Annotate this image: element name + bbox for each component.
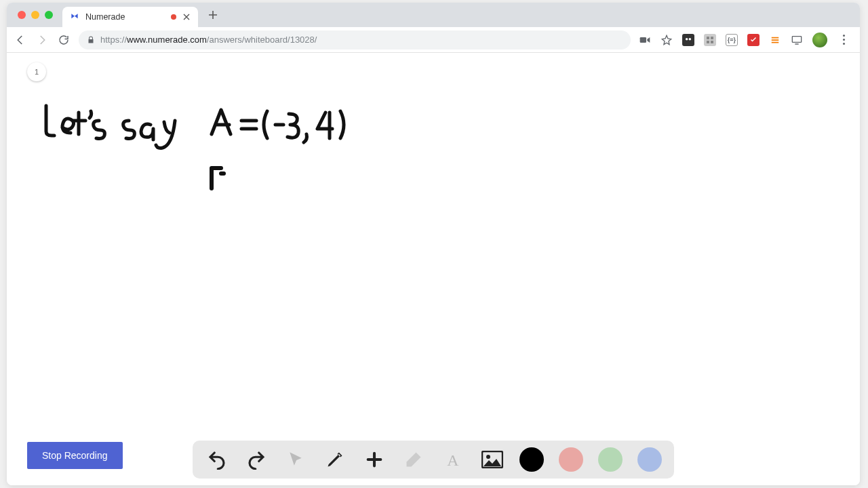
browser-toolbar: https://www.numerade.com/answers/whitebo… <box>7 27 860 53</box>
browser-tab[interactable]: Numerade <box>62 7 198 27</box>
tab-close-button[interactable] <box>182 12 191 22</box>
whiteboard-canvas[interactable] <box>34 100 373 239</box>
color-blue[interactable] <box>637 447 662 472</box>
pencil-tool[interactable] <box>323 447 347 472</box>
recording-indicator-icon <box>171 14 176 20</box>
image-tool[interactable] <box>480 447 505 472</box>
extension-red-check-icon[interactable] <box>747 34 760 46</box>
add-tool[interactable] <box>362 447 387 472</box>
undo-button[interactable] <box>205 447 229 472</box>
window-minimize-button[interactable] <box>31 11 39 19</box>
kebab-icon <box>843 35 845 45</box>
svg-rect-7 <box>792 36 801 42</box>
toolbar-right-icons: {=} <box>639 33 853 47</box>
camera-icon[interactable] <box>639 34 651 46</box>
browser-window: Numerade https://www.numerade.com/answer… <box>7 3 860 485</box>
pointer-tool[interactable] <box>283 447 308 472</box>
lock-icon <box>87 36 95 44</box>
redo-button[interactable] <box>244 447 269 472</box>
color-black[interactable] <box>519 447 544 472</box>
url-text: https://www.numerade.com/answers/whitebo… <box>100 35 317 45</box>
profile-avatar[interactable] <box>812 33 827 47</box>
address-bar[interactable]: https://www.numerade.com/answers/whitebo… <box>79 30 631 49</box>
svg-rect-3 <box>707 37 709 39</box>
stop-recording-button[interactable]: Stop Recording <box>27 442 123 469</box>
color-red[interactable] <box>559 447 583 472</box>
extension-braces-icon[interactable]: {=} <box>726 34 738 46</box>
svg-rect-4 <box>711 37 713 39</box>
color-green[interactable] <box>598 447 623 472</box>
window-maximize-button[interactable] <box>45 11 53 19</box>
back-button[interactable] <box>14 33 27 47</box>
svg-point-10 <box>486 455 490 459</box>
window-controls <box>14 11 58 19</box>
new-tab-button[interactable] <box>203 5 222 24</box>
window-close-button[interactable] <box>18 11 26 19</box>
browser-menu-button[interactable] <box>837 33 850 47</box>
tab-favicon <box>69 12 80 22</box>
extension-grid-icon[interactable] <box>704 34 716 46</box>
eraser-tool[interactable] <box>401 447 426 472</box>
svg-text:A: A <box>447 451 459 468</box>
text-tool[interactable]: A <box>441 447 465 472</box>
bookmark-star-icon[interactable] <box>660 34 673 46</box>
page-content: 1 <box>7 53 860 485</box>
extension-mask-icon[interactable] <box>682 34 694 46</box>
tab-title: Numerade <box>85 12 165 22</box>
forward-button[interactable] <box>35 33 49 47</box>
reload-button[interactable] <box>57 33 71 47</box>
svg-rect-5 <box>707 41 709 43</box>
whiteboard-toolbar: A <box>193 441 674 479</box>
page-number-badge[interactable]: 1 <box>27 62 46 81</box>
extension-lines-icon[interactable] <box>769 34 781 46</box>
svg-rect-6 <box>711 41 713 43</box>
tab-strip: Numerade <box>7 3 860 27</box>
extension-screen-icon[interactable] <box>791 34 803 46</box>
svg-rect-0 <box>640 37 646 43</box>
